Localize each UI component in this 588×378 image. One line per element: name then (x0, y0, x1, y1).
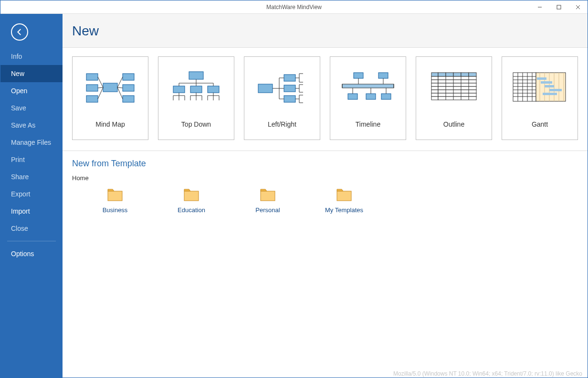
svg-rect-14 (208, 86, 219, 93)
svg-rect-42 (438, 90, 476, 93)
outline-icon (416, 57, 492, 119)
sidebar-item-new[interactable]: New (0, 65, 63, 82)
template-label: Outline (443, 120, 464, 128)
svg-rect-1 (557, 5, 561, 9)
svg-rect-71 (541, 81, 552, 84)
titlebar: MatchWare MindView (0, 0, 588, 14)
top-down-icon (158, 57, 234, 119)
gantt-icon (502, 57, 578, 119)
folders-row: Business Education Personal My Templates (72, 188, 578, 214)
svg-rect-70 (537, 77, 546, 80)
template-mind-map[interactable]: Mind Map (72, 56, 148, 140)
svg-rect-43 (431, 93, 438, 97)
close-button[interactable] (568, 0, 588, 13)
sidebar-item-manage-files[interactable]: Manage Files (0, 134, 63, 151)
svg-rect-29 (446, 73, 453, 76)
folder-business[interactable]: Business (91, 188, 139, 214)
minimize-button[interactable] (530, 0, 549, 13)
template-label: Timeline (356, 120, 380, 128)
sidebar-item-info[interactable]: Info (0, 48, 63, 65)
main-content: New Mind Map (63, 14, 588, 378)
folder-my-templates[interactable]: My Templates (320, 188, 368, 214)
sidebar-item-share[interactable]: Share (0, 168, 63, 185)
svg-rect-74 (543, 93, 557, 95)
svg-rect-35 (431, 80, 438, 83)
sidebar: InfoNewOpenSaveSave AsManage FilesPrintS… (0, 14, 63, 378)
sidebar-item-export[interactable]: Export (0, 185, 63, 203)
template-left-right[interactable]: Left/Right (244, 56, 320, 140)
svg-rect-77 (261, 191, 275, 201)
svg-rect-18 (284, 96, 295, 102)
svg-rect-30 (453, 73, 461, 76)
sidebar-item-print[interactable]: Print (0, 151, 63, 168)
nav-divider (7, 241, 56, 241)
svg-rect-8 (123, 85, 134, 91)
sidebar-item-save-as[interactable]: Save As (0, 117, 63, 134)
svg-rect-19 (354, 73, 363, 78)
breadcrumb[interactable]: Home (72, 174, 578, 182)
sidebar-item-options[interactable]: Options (0, 245, 63, 262)
mind-map-icon (73, 57, 148, 119)
page-title: New (72, 23, 588, 39)
svg-rect-39 (431, 86, 438, 90)
template-outline[interactable]: Outline (416, 56, 492, 140)
svg-rect-76 (184, 191, 199, 201)
svg-rect-41 (431, 90, 438, 93)
folder-personal[interactable]: Personal (244, 188, 292, 214)
maximize-button[interactable] (549, 0, 568, 13)
svg-rect-38 (438, 83, 476, 86)
sidebar-item-import[interactable]: Import (0, 203, 63, 220)
template-top-down[interactable]: Top Down (158, 56, 234, 140)
timeline-icon (330, 57, 406, 119)
svg-rect-20 (378, 73, 388, 78)
svg-rect-16 (284, 75, 295, 81)
folder-label: My Templates (325, 206, 363, 214)
window-controls (530, 0, 588, 13)
svg-rect-36 (438, 80, 476, 83)
sidebar-item-close[interactable]: Close (0, 220, 63, 237)
svg-rect-32 (469, 73, 476, 76)
svg-rect-5 (86, 74, 98, 80)
svg-rect-78 (337, 191, 351, 201)
svg-rect-37 (431, 83, 438, 86)
svg-rect-23 (381, 94, 391, 99)
template-section: New from Template Home Business Educatio… (63, 151, 588, 221)
template-label: Top Down (181, 120, 211, 128)
svg-rect-11 (189, 72, 203, 79)
svg-rect-22 (366, 94, 376, 99)
header-band: New (63, 14, 588, 48)
window-title: MatchWare MindView (266, 4, 322, 11)
svg-rect-75 (108, 191, 122, 201)
folder-education[interactable]: Education (168, 188, 215, 214)
svg-rect-46 (438, 97, 476, 100)
template-label: Mind Map (95, 120, 125, 128)
svg-rect-13 (190, 86, 202, 93)
section-title: New from Template (72, 159, 578, 169)
svg-rect-45 (431, 97, 438, 100)
folder-label: Business (103, 206, 128, 214)
sidebar-item-open[interactable]: Open (0, 82, 63, 99)
template-gantt[interactable]: Gantt (502, 56, 578, 140)
template-timeline[interactable]: Timeline (330, 56, 406, 140)
svg-rect-28 (438, 73, 446, 76)
svg-rect-33 (431, 76, 438, 80)
templates-row: Mind Map Top Down (63, 48, 588, 151)
sidebar-item-save[interactable]: Save (0, 99, 63, 117)
folder-label: Personal (255, 206, 280, 214)
svg-rect-40 (438, 86, 476, 90)
svg-rect-4 (103, 83, 117, 92)
svg-rect-17 (284, 85, 295, 92)
svg-rect-44 (438, 93, 476, 97)
svg-rect-31 (461, 73, 469, 76)
left-right-icon (244, 57, 320, 119)
svg-rect-7 (86, 85, 98, 91)
svg-rect-73 (549, 89, 562, 91)
svg-rect-27 (431, 73, 438, 76)
svg-rect-15 (258, 84, 273, 93)
back-button[interactable] (11, 23, 28, 41)
svg-rect-72 (545, 85, 554, 87)
svg-rect-34 (438, 76, 476, 80)
template-label: Left/Right (268, 120, 296, 128)
svg-rect-12 (173, 86, 185, 93)
template-label: Gantt (532, 120, 548, 128)
